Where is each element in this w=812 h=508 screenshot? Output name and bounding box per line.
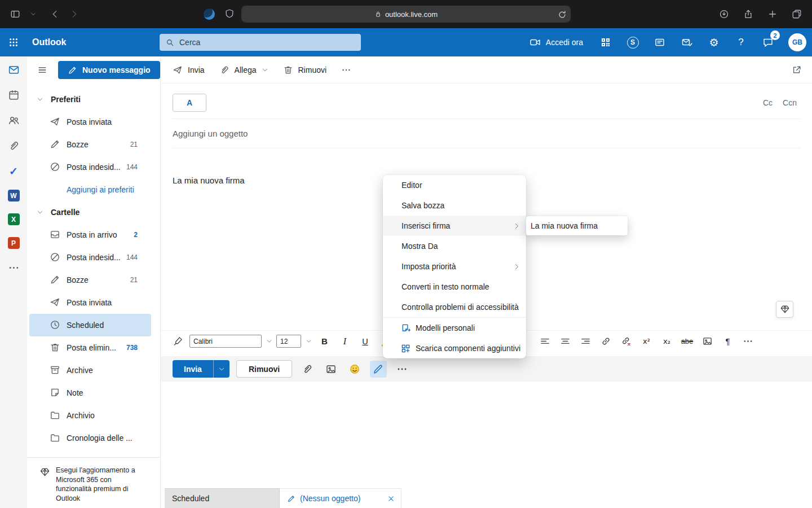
- folder-item-posta-indesiderata[interactable]: Posta indesid... 144: [29, 246, 151, 269]
- search-bar[interactable]: Cerca: [160, 34, 361, 51]
- discard-button[interactable]: Rimuovi: [236, 360, 292, 378]
- powerpoint-app-icon[interactable]: P: [8, 237, 20, 249]
- people-nav-icon[interactable]: [7, 113, 20, 127]
- menu-item-insert-signature[interactable]: Inserisci firma: [383, 216, 526, 236]
- hamburger-menu-icon[interactable]: [37, 65, 48, 75]
- meet-now-button[interactable]: Accedi ora: [529, 37, 583, 48]
- toolbar-chevron-icon[interactable]: [29, 8, 41, 20]
- excel-app-icon[interactable]: X: [8, 213, 20, 225]
- share-icon[interactable]: [742, 8, 754, 20]
- sidebar-toggle-icon[interactable]: [9, 8, 21, 20]
- forward-button[interactable]: [68, 8, 81, 20]
- font-size-chevron-icon[interactable]: [304, 338, 313, 344]
- folder-item-cronologia[interactable]: Cronologia delle ...: [29, 427, 151, 449]
- send-options-chevron-icon[interactable]: [214, 360, 230, 378]
- emoji-icon[interactable]: [346, 361, 363, 378]
- help-icon[interactable]: ?: [734, 36, 748, 49]
- todo-nav-icon[interactable]: ✓: [7, 164, 20, 178]
- app-launcher-icon[interactable]: [0, 28, 27, 56]
- superscript-button[interactable]: x²: [638, 334, 655, 349]
- add-to-favorites-link[interactable]: Aggiungi ai preferiti: [27, 178, 160, 201]
- tab-active-draft[interactable]: (Nessun oggetto): [280, 488, 401, 508]
- attachments-nav-icon[interactable]: [7, 139, 20, 152]
- menu-item-convert-plain-text[interactable]: Converti in testo normale: [383, 277, 526, 297]
- folder-item-posta-in-arrivo[interactable]: Posta in arrivo 2: [29, 224, 151, 246]
- word-app-icon[interactable]: W: [8, 190, 20, 202]
- paragraph-direction-button[interactable]: ¶: [719, 334, 736, 349]
- skype-icon[interactable]: S: [626, 36, 639, 49]
- new-tab-icon[interactable]: [766, 8, 779, 20]
- strikethrough-button[interactable]: abe: [678, 334, 696, 349]
- downloads-icon[interactable]: [718, 8, 730, 20]
- favorite-item-bozze[interactable]: Bozze 21: [29, 133, 151, 156]
- shield-extension-icon[interactable]: [224, 8, 235, 19]
- folder-item-posta-eliminata[interactable]: Posta elimin... 738: [29, 336, 151, 359]
- reload-icon[interactable]: [557, 10, 566, 19]
- menu-item-show-from[interactable]: Mostra Da: [383, 236, 526, 256]
- italic-button[interactable]: I: [336, 334, 354, 349]
- unlink-icon[interactable]: [617, 334, 635, 349]
- folder-item-bozze[interactable]: Bozze 21: [29, 269, 151, 291]
- bold-button[interactable]: B: [316, 334, 333, 349]
- folder-item-archive[interactable]: Archive: [29, 359, 151, 382]
- align-left-icon[interactable]: [536, 334, 554, 349]
- insert-image-icon[interactable]: [323, 361, 339, 378]
- tab-overview-icon[interactable]: [791, 8, 803, 20]
- mail-nav-icon[interactable]: [7, 63, 20, 76]
- attach-command[interactable]: Allega: [219, 65, 268, 75]
- folder-item-scheduled[interactable]: Scheduled: [29, 314, 151, 336]
- upgrade-banner[interactable]: Esegui l'aggiornamento a Microsoft 365 c…: [27, 457, 160, 508]
- folder-item-posta-inviata[interactable]: Posta inviata: [29, 291, 151, 314]
- insert-picture-icon[interactable]: [699, 334, 716, 349]
- account-avatar[interactable]: GB: [788, 33, 806, 51]
- align-center-icon[interactable]: [557, 334, 574, 349]
- more-options-icon[interactable]: [394, 361, 411, 378]
- menu-item-check-accessibility[interactable]: Controlla problemi di accessibilità: [383, 297, 526, 317]
- font-size-select[interactable]: 12: [276, 335, 301, 348]
- extension-icon[interactable]: [204, 8, 215, 20]
- to-button[interactable]: A: [173, 94, 206, 112]
- folder-item-archivio[interactable]: Archivio: [29, 404, 151, 427]
- favorite-item-posta-indesiderata[interactable]: Posta indesid... 144: [29, 156, 151, 178]
- more-commands-icon[interactable]: [341, 65, 351, 75]
- attach-file-icon[interactable]: [299, 361, 316, 378]
- menu-item-get-addins[interactable]: Scarica componenti aggiuntivi: [383, 338, 526, 358]
- menu-item-editor[interactable]: Editor: [383, 175, 526, 195]
- signature-submenu-item[interactable]: La mia nuova firma: [526, 216, 628, 235]
- favorites-section-header[interactable]: Preferiti: [27, 88, 160, 111]
- align-right-icon[interactable]: [577, 334, 594, 349]
- font-family-chevron-icon[interactable]: [264, 338, 273, 344]
- calendar-nav-icon[interactable]: [7, 88, 20, 102]
- folders-section-header[interactable]: Cartelle: [27, 201, 160, 224]
- send-button[interactable]: Invia: [173, 360, 214, 378]
- immersive-reader-icon[interactable]: [653, 36, 667, 49]
- cc-button[interactable]: Cc: [763, 98, 773, 107]
- close-tab-icon[interactable]: [387, 494, 395, 503]
- menu-item-set-priority[interactable]: Imposta priorità: [383, 256, 526, 277]
- folder-item-note[interactable]: Note: [29, 382, 151, 404]
- open-in-new-window-icon[interactable]: [792, 65, 802, 75]
- settings-gear-icon[interactable]: ⚙: [707, 36, 721, 49]
- tab-scheduled[interactable]: Scheduled: [165, 488, 280, 508]
- link-icon[interactable]: [597, 334, 615, 349]
- more-apps-icon[interactable]: [7, 261, 20, 274]
- bcc-button[interactable]: Ccn: [783, 98, 797, 107]
- send-split-button[interactable]: Invia: [173, 360, 230, 378]
- favorite-item-posta-inviata[interactable]: Posta inviata: [29, 111, 151, 133]
- subject-input[interactable]: Aggiungi un oggetto: [173, 119, 800, 148]
- back-button[interactable]: [48, 8, 61, 20]
- menu-item-save-draft[interactable]: Salva bozza: [383, 195, 526, 216]
- address-bar[interactable]: outlook.live.com: [241, 6, 571, 23]
- feedback-icon[interactable]: 2: [761, 36, 775, 49]
- premium-diamond-button[interactable]: [776, 301, 793, 318]
- qr-code-icon[interactable]: [599, 36, 612, 49]
- menu-item-my-templates[interactable]: Modelli personali: [383, 318, 526, 338]
- underline-button[interactable]: U: [356, 334, 374, 349]
- new-message-button[interactable]: Nuovo messaggio: [58, 61, 160, 79]
- format-painter-icon[interactable]: [169, 334, 187, 349]
- mail-tips-icon[interactable]: [680, 36, 694, 49]
- send-command[interactable]: Invia: [173, 65, 205, 75]
- more-formatting-icon[interactable]: [739, 334, 757, 349]
- font-family-select[interactable]: Calibri: [189, 335, 262, 348]
- draw-pen-icon[interactable]: [370, 361, 387, 378]
